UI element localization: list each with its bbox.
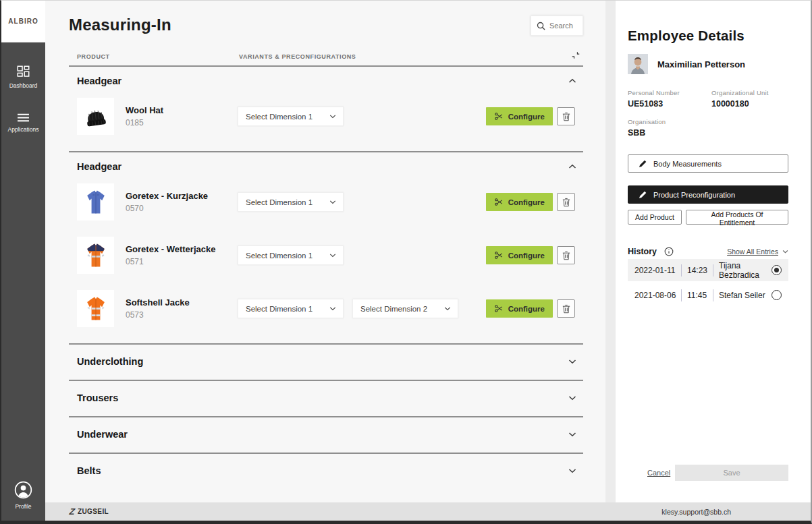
divider: [713, 264, 713, 276]
applications-icon: [17, 113, 30, 122]
product-name: Wool Hat: [126, 105, 238, 115]
scissors-icon: [494, 112, 504, 121]
configure-button[interactable]: Configure: [486, 107, 553, 125]
footer: Z ZUGSEIL klesy.support@sbb.ch: [45, 502, 811, 521]
product-row: Softshell Jacke 0573 Select Dimension 1 …: [69, 290, 583, 327]
select-dimension-1[interactable]: Select Dimension 1: [238, 245, 344, 265]
chevron-down-icon: [568, 359, 576, 364]
product-name: Goretex - Wetterjacke: [126, 244, 238, 254]
product-image-orange-jacket: [77, 290, 114, 327]
field-personal-number: Personal Number UE51083: [628, 89, 711, 109]
chevron-down-icon: [329, 114, 336, 119]
save-button[interactable]: Save: [675, 465, 788, 481]
page-title: Measuring-In: [69, 16, 171, 34]
field-organizational-unit: Organizational Unit 10000180: [711, 89, 788, 109]
select-dimension-1[interactable]: Select Dimension 1: [238, 192, 344, 212]
configure-button[interactable]: Configure: [486, 193, 553, 211]
select-dimension-1[interactable]: Select Dimension 1: [238, 107, 344, 126]
sidebar-item-label: Applications: [8, 126, 39, 133]
select-dimension-2[interactable]: Select Dimension 2: [352, 299, 458, 318]
chevron-down-icon[interactable]: [782, 250, 788, 254]
product-image-wool-hat: [77, 98, 114, 135]
panel-gap: [605, 1, 616, 502]
chevron-down-icon: [568, 432, 576, 437]
show-all-entries-link[interactable]: Show All Entries: [727, 248, 778, 256]
sidebar-item-label: Profile: [15, 503, 31, 510]
employee-name: Maximilian Petterson: [657, 59, 745, 69]
pencil-icon: [639, 160, 647, 168]
select-dimension-1[interactable]: Select Dimension 1: [238, 299, 344, 318]
product-info: Goretex - Kurzjacke 0570: [126, 191, 238, 213]
collapse-all-icon[interactable]: [571, 51, 580, 60]
chevron-down-icon: [329, 200, 336, 204]
configure-button[interactable]: Configure: [486, 299, 553, 318]
product-preconfiguration-button[interactable]: Product Preconfiguration: [628, 185, 788, 204]
add-product-button[interactable]: Add Product: [628, 210, 682, 225]
section-header-underclothing[interactable]: Underclothing: [69, 345, 583, 380]
zugseil-z-icon: Z: [69, 506, 76, 517]
product-name: Goretex - Kurzjacke: [126, 191, 238, 201]
section-header-belts[interactable]: Belts: [69, 454, 583, 489]
chevron-down-icon: [329, 306, 336, 311]
scissors-icon: [494, 198, 504, 206]
section-header-headgear-1[interactable]: Headgear: [69, 67, 583, 92]
product-row: Goretex - Wetterjacke 0571 Select Dimens…: [69, 237, 583, 274]
product-code: 0571: [126, 257, 238, 266]
delete-button[interactable]: [557, 107, 575, 125]
delete-button[interactable]: [557, 299, 575, 318]
panel-title: Employee Details: [628, 1, 788, 44]
search-icon: [537, 22, 545, 30]
search-box[interactable]: [531, 16, 583, 36]
add-products-of-entitlement-button[interactable]: Add Products Of Entitlement: [686, 210, 788, 225]
trash-icon: [562, 198, 570, 207]
support-email: klesy.support@sbb.ch: [661, 508, 731, 516]
trash-icon: [562, 304, 570, 314]
product-info: Wool Hat 0185: [126, 105, 238, 127]
product-code: 0570: [126, 204, 238, 213]
dashboard-icon: [17, 65, 30, 78]
body-measurements-button[interactable]: Body Measurements: [628, 154, 788, 173]
radio-selected[interactable]: [772, 265, 782, 275]
delete-button[interactable]: [557, 246, 575, 264]
section-header-trousers[interactable]: Trousers: [69, 381, 583, 416]
column-product: PRODUCT: [77, 53, 110, 60]
albiro-logo: ALBIRO: [1, 1, 45, 42]
scissors-icon: [494, 304, 504, 313]
sidebar-item-profile[interactable]: Profile: [1, 469, 45, 521]
product-info: Softshell Jacke 0573: [126, 297, 238, 320]
employee-avatar: [628, 54, 648, 74]
measuring-in-main: Measuring-In PRODUCT VARIANTS & PRECONFI…: [45, 1, 605, 502]
sidebar-item-dashboard[interactable]: Dashboard: [1, 53, 45, 101]
app-window: ALBIRO Dashboard Applications: [0, 0, 812, 524]
chevron-down-icon: [329, 253, 336, 258]
info-icon[interactable]: [664, 247, 674, 256]
history-entry[interactable]: 2022-01-11 14:23 Tijana Bezbradica: [628, 259, 788, 281]
chevron-up-icon: [568, 78, 576, 84]
sidebar-item-applications[interactable]: Applications: [1, 101, 45, 145]
delete-button[interactable]: [557, 193, 575, 211]
history-section: History Show All Entries 2022-01-11: [628, 247, 788, 306]
profile-icon: [14, 481, 32, 499]
scissors-icon: [494, 251, 504, 260]
trash-icon: [562, 251, 570, 260]
history-entry[interactable]: 2021-08-06 11:45 Stefan Seiler: [628, 284, 788, 306]
product-image-blue-jacket: [77, 183, 114, 221]
table-header: PRODUCT VARIANTS & PRECONFIGURATIONS: [69, 52, 583, 65]
product-code: 0573: [126, 310, 238, 320]
chevron-down-icon: [444, 306, 451, 311]
divider: [681, 289, 682, 301]
product-row: Wool Hat 0185 Select Dimension 1: [69, 98, 583, 135]
zugseil-logo: Z ZUGSEIL: [70, 506, 109, 517]
product-info: Goretex - Wetterjacke 0571: [126, 244, 238, 266]
sidebar-item-label: Dashboard: [9, 82, 38, 89]
product-row: Goretex - Kurzjacke 0570 Select Dimensio…: [69, 183, 583, 221]
configure-button[interactable]: Configure: [486, 246, 553, 264]
search-input[interactable]: [549, 22, 579, 30]
section-header-underwear[interactable]: Underwear: [69, 417, 583, 453]
field-organisation: Organisation SBB: [628, 118, 711, 138]
cancel-link[interactable]: Cancel: [647, 469, 670, 477]
product-code: 0185: [126, 118, 238, 127]
radio-unselected[interactable]: [772, 290, 782, 300]
section-header-headgear-2[interactable]: Headgear: [69, 152, 583, 178]
column-variants: VARIANTS & PRECONFIGURATIONS: [239, 53, 356, 60]
